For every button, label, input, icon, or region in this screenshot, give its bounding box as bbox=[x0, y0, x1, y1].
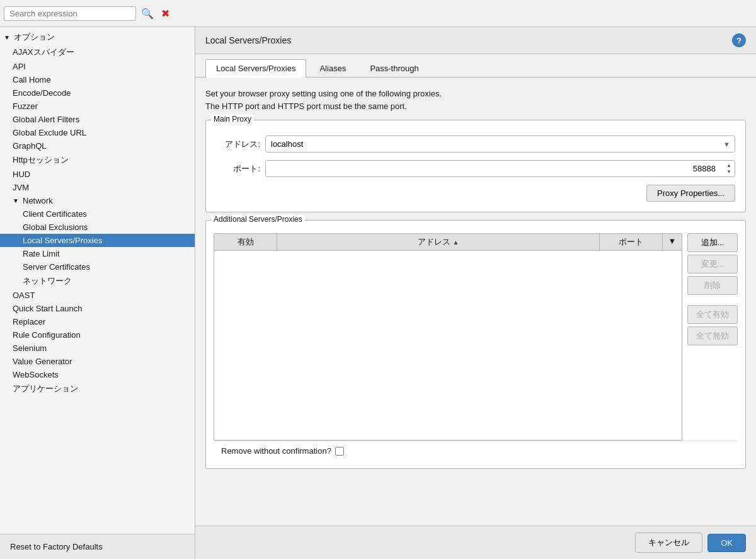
sidebar-item-global-exclusions[interactable]: Global Exclusions bbox=[0, 221, 195, 234]
sidebar-item-jvm[interactable]: JVM bbox=[0, 181, 195, 194]
cancel-button[interactable]: キャンセル bbox=[635, 533, 702, 553]
proxy-props-row: Proxy Properties... bbox=[216, 185, 735, 202]
tabs-bar: Local Servers/Proxies Aliases Pass-throu… bbox=[195, 54, 756, 78]
port-row: ポート: ▲ ▼ bbox=[216, 160, 735, 177]
sidebar-item-hud[interactable]: HUD bbox=[0, 168, 195, 181]
sidebar-item-global-alert-filters[interactable]: Global Alert Filters bbox=[0, 113, 195, 126]
sidebar-item-call-home[interactable]: Call Home bbox=[0, 73, 195, 86]
sidebar-content: ▼ オプション AJAXスパイダー API Call Home Encode/D… bbox=[0, 27, 195, 534]
table-header: 有効 アドレス ▲ ポート ▼ bbox=[214, 234, 682, 251]
side-buttons: 追加... 変更... 削除 全て有効 全て無効 bbox=[687, 233, 738, 441]
add-button[interactable]: 追加... bbox=[687, 233, 738, 252]
sidebar-item-selenium[interactable]: Selenium bbox=[0, 342, 195, 355]
sidebar-item-replacer[interactable]: Replacer bbox=[0, 315, 195, 328]
ok-button[interactable]: OK bbox=[707, 534, 746, 552]
delete-button[interactable]: 削除 bbox=[687, 276, 738, 295]
main-proxy-group: Main Proxy アドレス: localhost ▼ ポート: bbox=[205, 120, 746, 212]
sidebar-item-global-exclude-url[interactable]: Global Exclude URL bbox=[0, 126, 195, 139]
chevron-down-icon: ▼ bbox=[4, 34, 11, 41]
sidebar-item-applications[interactable]: アプリケーション bbox=[0, 381, 195, 396]
help-icon[interactable]: ? bbox=[732, 33, 746, 47]
sidebar-item-encode-decode[interactable]: Encode/Decode bbox=[0, 86, 195, 100]
remove-without-confirmation-row: Remove without confirmation? bbox=[214, 441, 738, 461]
address-label: アドレス: bbox=[216, 139, 260, 150]
address-select-wrapper: localhost ▼ bbox=[265, 135, 735, 153]
bottom-bar: キャンセル OK bbox=[195, 526, 756, 559]
sidebar-item-options[interactable]: ▼ オプション bbox=[0, 30, 195, 45]
filter-icon: ▼ bbox=[668, 236, 677, 246]
col-icon: ▼ bbox=[663, 234, 682, 250]
search-bar: 🔍 ✖ bbox=[0, 0, 756, 27]
sidebar-item-api[interactable]: API bbox=[0, 60, 195, 73]
port-label: ポート: bbox=[216, 163, 260, 175]
sidebar-item-oast[interactable]: OAST bbox=[0, 289, 195, 302]
content-area: Set your browser proxy setting using one… bbox=[195, 78, 756, 526]
col-enabled: 有効 bbox=[214, 234, 277, 250]
sidebar-item-websockets[interactable]: WebSockets bbox=[0, 368, 195, 381]
port-increment-button[interactable]: ▲ bbox=[725, 163, 733, 169]
sidebar-item-client-certificates[interactable]: Client Certificates bbox=[0, 207, 195, 221]
disable-all-button[interactable]: 全て無効 bbox=[687, 326, 738, 345]
sidebar-item-rate-limit[interactable]: Rate Limit bbox=[0, 247, 195, 260]
main-proxy-title: Main Proxy bbox=[211, 115, 254, 124]
sidebar-item-network[interactable]: ▼ Network bbox=[0, 194, 195, 207]
port-input[interactable] bbox=[265, 160, 735, 177]
sidebar-item-local-servers-proxies[interactable]: Local Servers/Proxies bbox=[0, 234, 195, 247]
button-spacer bbox=[687, 297, 738, 303]
sidebar-item-ajax-spider[interactable]: AJAXスパイダー bbox=[0, 45, 195, 60]
sidebar-item-quick-start-launch[interactable]: Quick Start Launch bbox=[0, 302, 195, 315]
sidebar: ▼ オプション AJAXスパイダー API Call Home Encode/D… bbox=[0, 27, 195, 559]
port-wrapper: ▲ ▼ bbox=[265, 160, 735, 177]
panel-header: Local Servers/Proxies ? bbox=[195, 27, 756, 54]
description: Set your browser proxy setting using one… bbox=[205, 88, 746, 112]
remove-without-confirmation-checkbox[interactable] bbox=[335, 447, 344, 456]
col-port: ポート bbox=[600, 234, 663, 250]
reset-to-factory-defaults-button[interactable]: Reset to Factory Defaults bbox=[0, 534, 195, 559]
search-input[interactable] bbox=[4, 6, 136, 21]
sidebar-item-fuzzer[interactable]: Fuzzer bbox=[0, 100, 195, 113]
remove-without-confirmation-label: Remove without confirmation? bbox=[221, 446, 331, 456]
port-decrement-button[interactable]: ▼ bbox=[725, 169, 733, 175]
additional-servers-table: 有効 アドレス ▲ ポート ▼ bbox=[214, 233, 682, 441]
address-row: アドレス: localhost ▼ bbox=[216, 135, 735, 153]
sidebar-item-graphql[interactable]: GraphQL bbox=[0, 139, 195, 153]
table-body[interactable] bbox=[214, 251, 682, 440]
clear-search-button[interactable]: ✖ bbox=[159, 6, 172, 21]
modify-button[interactable]: 変更... bbox=[687, 255, 738, 274]
content-panel: Local Servers/Proxies ? Local Servers/Pr… bbox=[195, 27, 756, 559]
panel-title: Local Servers/Proxies bbox=[205, 35, 291, 45]
port-spinner: ▲ ▼ bbox=[725, 163, 733, 175]
additional-servers-title: Additional Servers/Proxies bbox=[211, 215, 305, 224]
additional-servers-group: Additional Servers/Proxies 有効 アドレス ▲ ポート bbox=[205, 220, 746, 469]
sidebar-bottom: Reset to Factory Defaults bbox=[0, 534, 195, 559]
col-address: アドレス ▲ bbox=[277, 234, 600, 250]
sidebar-item-http-session[interactable]: Httpセッション bbox=[0, 153, 195, 168]
sidebar-item-rule-configuration[interactable]: Rule Configuration bbox=[0, 328, 195, 342]
address-select[interactable]: localhost bbox=[265, 135, 735, 153]
chevron-down-icon-network: ▼ bbox=[13, 197, 20, 204]
main-layout: ▼ オプション AJAXスパイダー API Call Home Encode/D… bbox=[0, 27, 756, 559]
proxy-properties-button[interactable]: Proxy Properties... bbox=[646, 185, 735, 202]
sort-arrow-icon: ▲ bbox=[453, 239, 459, 246]
sidebar-item-value-generator[interactable]: Value Generator bbox=[0, 355, 195, 368]
sidebar-item-network-jp[interactable]: ネットワーク bbox=[0, 274, 195, 289]
tab-pass-through[interactable]: Pass-through bbox=[359, 59, 429, 77]
enable-all-button[interactable]: 全て有効 bbox=[687, 305, 738, 324]
search-button[interactable]: 🔍 bbox=[139, 6, 156, 21]
tab-local-servers-proxies[interactable]: Local Servers/Proxies bbox=[205, 59, 306, 78]
sidebar-item-server-certificates[interactable]: Server Certificates bbox=[0, 260, 195, 274]
tab-aliases[interactable]: Aliases bbox=[309, 59, 357, 77]
